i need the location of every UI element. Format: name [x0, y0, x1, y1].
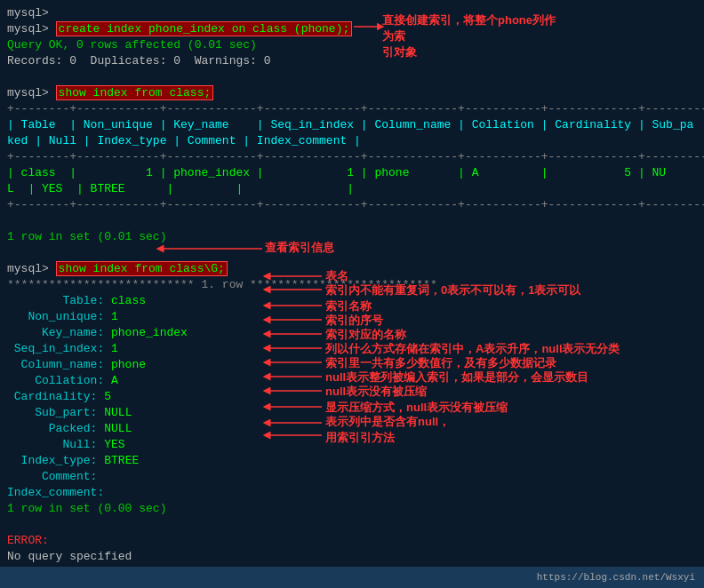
line-3: Query OK, 0 rows affected (0.01 sec) [7, 37, 697, 53]
table-header-2: ked | Null | Index_type | Comment | Inde… [7, 133, 697, 149]
annotation-2: 查看索引信息 [265, 240, 334, 256]
error-line: ERROR: [7, 533, 697, 549]
create-index-cmd: create index phone_index on class (phone… [56, 21, 353, 36]
field-indextype: Index_type: BTREE [7, 453, 697, 469]
field-comment: Comment: [7, 469, 697, 485]
table-sep-1: +--------+------------+-------------+---… [7, 101, 697, 117]
no-query-line: No query specified [7, 549, 697, 565]
table-data-1: | class | 1 | phone_index | 1 | phone | … [7, 165, 697, 181]
show-index-cmd: show index from class; [56, 85, 214, 100]
line-1: mysql> [7, 5, 697, 21]
annotation-1: 直接创建索引，将整个phone列作为索引对象 [382, 12, 560, 61]
table-header-1: | Table | Non_unique | Key_name | Seq_in… [7, 117, 697, 133]
line-4: Records: 0 Duplicates: 0 Warnings: 0 [7, 53, 697, 69]
table-sep-2: +--------+------------+-------------+---… [7, 149, 697, 165]
line-blank-3 [7, 245, 697, 261]
footer-link: https://blog.csdn.net/Wsxyi [537, 572, 695, 583]
line-5 [7, 69, 697, 85]
annotation-11: null表示没有被压缩 [325, 384, 427, 400]
show-index-g-cmd: show index from class\G; [56, 261, 228, 276]
table-sep-3: +--------+------------+-------------+---… [7, 197, 697, 213]
table-data-2: L | YES | BTREE | | | [7, 181, 697, 197]
line-blank-2 [7, 213, 697, 229]
footer: https://blog.csdn.net/Wsxyi [0, 567, 704, 588]
line-6: mysql> show index from class; [7, 85, 697, 101]
row-count-1: 1 row in set (0.01 sec) [7, 229, 697, 245]
terminal: mysql> mysql> create index phone_index o… [0, 0, 704, 567]
field-indexcomment: Index_comment: [7, 485, 697, 501]
line-2: mysql> create index phone_index on class… [7, 21, 697, 37]
annotation-13: 表示列中是否含有null，用索引引方法 [325, 414, 450, 446]
line-show-g: mysql> show index from class\G; [7, 261, 697, 277]
annotation-4: 索引内不能有重复词，0表示不可以有，1表示可以 [325, 282, 580, 298]
row-count-2: 1 row in set (0.00 sec) [7, 501, 697, 517]
line-blank-4 [7, 517, 697, 533]
